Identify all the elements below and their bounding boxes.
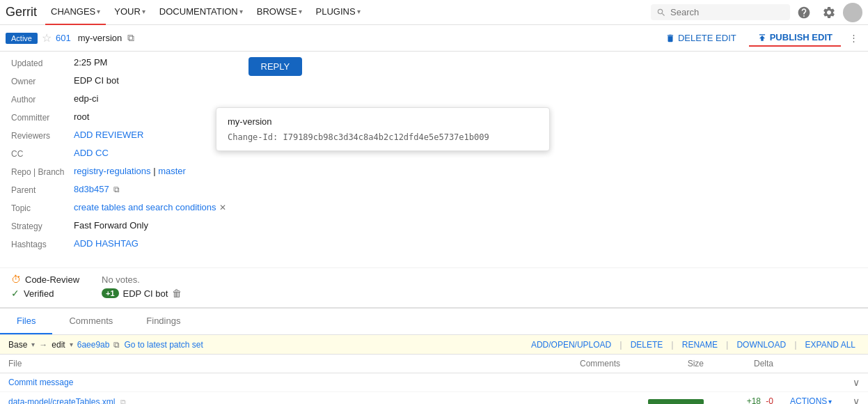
- change-title: my-version: [78, 33, 123, 43]
- verified-icon: ✓: [11, 288, 19, 299]
- file-name-link[interactable]: data-model/createTables.xml: [8, 397, 115, 405]
- edit-chevron[interactable]: ▾: [70, 341, 73, 348]
- commit-popup-id: Change-Id: I79189cb98c3d34c8a4b2c12dfd4e…: [228, 132, 538, 142]
- add-hashtag-link[interactable]: ADD HASHTAG: [74, 238, 139, 249]
- copy-parent-button[interactable]: ⧉: [113, 185, 120, 194]
- author-row: Author edp-ci: [11, 93, 226, 109]
- tab-findings[interactable]: Findings: [129, 309, 197, 334]
- author-label: Author: [11, 93, 74, 104]
- publish-edit-button[interactable]: PUBLISH EDIT: [749, 29, 841, 47]
- patch-link[interactable]: 6aee9ab: [77, 340, 110, 350]
- copy-filename-button[interactable]: ⧉: [120, 398, 126, 405]
- star-button[interactable]: ☆: [42, 31, 52, 45]
- vote-section: ⏱ Code-Review No votes. ✓ Verified +1 ED…: [0, 267, 868, 307]
- col-size-header: Size: [629, 355, 712, 373]
- avatar[interactable]: [843, 3, 862, 22]
- chevron-down-icon: ▾: [239, 8, 243, 15]
- nav-plugins-label: PLUGINS: [316, 6, 356, 17]
- remove-vote-button[interactable]: 🗑: [172, 288, 182, 299]
- publish-icon: [757, 33, 767, 42]
- nav-item-browse[interactable]: BROWSE ▾: [251, 0, 308, 25]
- expand-all-button[interactable]: EXPAND ALL: [801, 340, 860, 350]
- settings-icon[interactable]: [818, 1, 840, 24]
- add-cc-link[interactable]: ADD CC: [74, 148, 109, 158]
- status-badge: Active: [6, 33, 38, 44]
- reply-area: REPLY: [237, 52, 303, 262]
- add-reviewer-link[interactable]: ADD REVIEWER: [74, 130, 143, 140]
- search-bar[interactable]: [651, 4, 790, 20]
- cc-label: CC: [11, 148, 74, 159]
- actions-button[interactable]: ACTIONS ▾: [790, 396, 832, 404]
- download-button[interactable]: DOWNLOAD: [732, 340, 790, 350]
- copy-title-button[interactable]: ⧉: [127, 32, 134, 44]
- parent-value[interactable]: 8d3b457: [74, 184, 109, 194]
- col-file-header: File: [0, 355, 566, 373]
- search-input[interactable]: [670, 7, 768, 17]
- goto-latest-link[interactable]: Go to latest patch set: [124, 340, 203, 350]
- file-toolbar: Base ▾ → edit ▾ 6aee9ab ⧉ Go to latest p…: [0, 335, 868, 355]
- verified-row: ✓ Verified +1 EDP CI bot 🗑: [11, 288, 857, 299]
- topic-label: Topic: [11, 202, 74, 213]
- delta-del: -0: [766, 396, 773, 404]
- nav-documentation-label: DOCUMENTATION: [159, 6, 238, 17]
- main-content: Updated 2:25 PM Owner EDP CI bot Author …: [0, 52, 868, 262]
- reply-button[interactable]: REPLY: [248, 57, 303, 76]
- delta-add: +18: [747, 396, 761, 404]
- rename-button[interactable]: RENAME: [678, 340, 722, 350]
- cc-row: CC ADD CC: [11, 148, 226, 163]
- remove-topic-button[interactable]: ✕: [219, 203, 226, 212]
- delete-file-button[interactable]: DELETE: [626, 340, 668, 350]
- more-options-button[interactable]: ⋮: [845, 30, 862, 46]
- parent-row: Parent 8d3b457 ⧉: [11, 184, 226, 199]
- code-review-label: Code-Review: [25, 274, 79, 285]
- delete-edit-button[interactable]: DELETE EDIT: [657, 30, 745, 46]
- nav-item-your[interactable]: YOUR ▾: [109, 0, 151, 25]
- search-icon: [656, 8, 666, 17]
- actions-chevron: ▾: [828, 398, 832, 405]
- help-icon[interactable]: [793, 1, 815, 24]
- owner-label: Owner: [11, 75, 74, 86]
- author-value: edp-ci: [74, 93, 98, 104]
- reviewers-row: Reviewers ADD REVIEWER: [11, 130, 226, 145]
- branch-link[interactable]: master: [158, 166, 186, 176]
- copy-patch-button[interactable]: ⧉: [113, 340, 120, 350]
- brand-logo[interactable]: Gerrit: [6, 5, 37, 20]
- repo-link[interactable]: registry-regulations: [74, 166, 151, 176]
- col-comments-header: Comments: [566, 355, 629, 373]
- verified-label: Verified: [24, 288, 54, 299]
- table-row: Commit message ∨: [0, 373, 868, 392]
- nav-item-plugins[interactable]: PLUGINS ▾: [310, 0, 366, 25]
- chevron-down-icon: ▾: [357, 8, 361, 15]
- parent-label: Parent: [11, 184, 74, 195]
- meta-panel: Updated 2:25 PM Owner EDP CI bot Author …: [0, 52, 237, 262]
- base-chevron[interactable]: ▾: [31, 341, 35, 348]
- nav-your-label: YOUR: [114, 6, 141, 17]
- delete-icon: [665, 33, 675, 43]
- add-open-upload-button[interactable]: ADD/OPEN/UPLOAD: [527, 340, 615, 350]
- commit-message-link[interactable]: Commit message: [0, 373, 566, 392]
- repo-row: Repo | Branch registry-regulations | mas…: [11, 166, 226, 181]
- verified-user: EDP CI bot: [123, 288, 168, 299]
- reviewers-label: Reviewers: [11, 130, 74, 141]
- tab-comments[interactable]: Comments: [52, 309, 129, 334]
- hashtags-label: Hashtags: [11, 238, 74, 249]
- edit-label: edit: [52, 340, 65, 350]
- change-number-link[interactable]: 601: [56, 33, 71, 43]
- code-review-row: ⏱ Code-Review No votes.: [11, 274, 857, 285]
- nav-item-changes[interactable]: CHANGES ▾: [45, 0, 106, 25]
- chevron-down-icon: ▾: [142, 8, 145, 15]
- col-delta-header: Delta: [712, 355, 782, 373]
- committer-label: Committer: [11, 111, 74, 123]
- sub-header: Active ☆ 601 my-version ⧉ DELETE EDIT PU…: [0, 25, 868, 52]
- strategy-value: Fast Forward Only: [74, 220, 148, 231]
- updated-value: 2:25 PM: [74, 57, 107, 68]
- nav-item-documentation[interactable]: DOCUMENTATION ▾: [154, 0, 248, 25]
- topic-link[interactable]: create tables and search conditions: [74, 202, 216, 212]
- updated-label: Updated: [11, 57, 74, 68]
- tab-files[interactable]: Files: [0, 309, 52, 334]
- expand-icon: ∨: [853, 377, 860, 388]
- top-nav: Gerrit CHANGES ▾ YOUR ▾ DOCUMENTATION ▾ …: [0, 0, 868, 25]
- strategy-label: Strategy: [11, 220, 74, 231]
- committer-value: root: [74, 111, 89, 122]
- chevron-down-icon: ▾: [97, 8, 100, 15]
